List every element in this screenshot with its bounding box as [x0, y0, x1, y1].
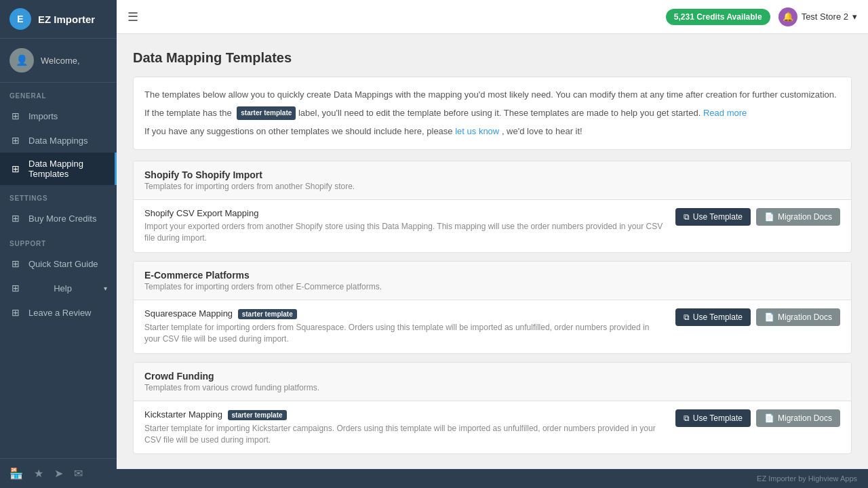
hamburger-icon[interactable]: ☰	[127, 9, 138, 24]
section-shopify-to-shopify: Shopify To Shopify Import Templates for …	[133, 161, 852, 253]
migration-docs-button-squarespace[interactable]: 📄 Migration Docs	[756, 308, 840, 326]
template-name-kickstarter: Kickstarter Mapping starter template	[144, 409, 665, 420]
template-info-kickstarter: Kickstarter Mapping starter template Sta…	[144, 409, 665, 446]
info-line2: If the template has the starter template…	[144, 106, 840, 121]
template-row-shopify-csv: Shopify CSV Export Mapping Import your e…	[134, 200, 851, 252]
send-bottom-icon[interactable]: ➤	[54, 467, 63, 480]
sidebar-item-help[interactable]: ⊞ Help ▾	[0, 276, 117, 300]
sidebar-item-imports[interactable]: ⊞ Imports	[0, 104, 117, 128]
store-selector[interactable]: 🔔 Test Store 2 ▾	[778, 7, 857, 26]
section-crowd-funding-desc: Templates from various crowd funding pla…	[144, 383, 840, 392]
welcome-text: Welcome,	[41, 56, 80, 66]
sidebar-user: 👤 Welcome,	[0, 39, 117, 83]
template-desc-squarespace: Starter template for importing orders fr…	[144, 322, 665, 345]
section-crowd-funding: Crowd Funding Templates from various cro…	[133, 362, 852, 455]
template-row-squarespace: Squarespace Mapping starter template Sta…	[134, 300, 851, 353]
header-right: 5,231 Credits Available 🔔 Test Store 2 ▾	[666, 7, 857, 26]
store-name: Test Store 2	[802, 12, 848, 22]
data-mapping-templates-icon: ⊞	[9, 163, 22, 175]
info-box: The templates below allow you to quickly…	[133, 77, 852, 150]
buy-credits-icon: ⊞	[9, 212, 22, 224]
sidebar-item-buy-more-credits[interactable]: ⊞ Buy More Credits	[0, 206, 117, 230]
quick-start-icon: ⊞	[9, 258, 22, 270]
use-template-button-kickstarter[interactable]: ⧉ Use Template	[675, 409, 751, 427]
use-template-button-squarespace[interactable]: ⧉ Use Template	[675, 308, 751, 326]
section-ecommerce: E-Commerce Platforms Templates for impor…	[133, 261, 852, 354]
kickstarter-starter-badge: starter template	[228, 410, 287, 420]
page-title: Data Mapping Templates	[133, 50, 852, 66]
section-shopify-title: Shopify To Shopify Import	[144, 169, 840, 180]
use-template-button-shopify-csv[interactable]: ⧉ Use Template	[675, 208, 751, 226]
copy-icon-squarespace: ⧉	[684, 312, 690, 322]
sidebar-item-quick-start-guide[interactable]: ⊞ Quick Start Guide	[0, 251, 117, 276]
docs-icon-squarespace: 📄	[764, 312, 774, 322]
star-bottom-icon[interactable]: ★	[34, 467, 43, 480]
store-bottom-icon[interactable]: 🏪	[9, 467, 23, 480]
mail-bottom-icon[interactable]: ✉	[74, 467, 83, 480]
info-line3-prefix: If you have any suggestions on other tem…	[144, 126, 453, 136]
imports-label: Imports	[28, 111, 58, 121]
info-line2-suffix: label, you'll need to edit the template …	[298, 108, 701, 118]
credits-badge[interactable]: 5,231 Credits Available	[666, 9, 770, 25]
template-actions-kickstarter: ⧉ Use Template 📄 Migration Docs	[675, 409, 840, 427]
content-area: Data Mapping Templates The templates bel…	[117, 34, 868, 469]
read-more-link[interactable]: Read more	[703, 108, 747, 118]
squarespace-starter-badge: starter template	[238, 309, 297, 319]
avatar: 👤	[9, 48, 34, 73]
data-mappings-label: Data Mappings	[28, 136, 87, 146]
starter-template-badge: starter template	[237, 106, 296, 120]
template-actions-squarespace: ⧉ Use Template 📄 Migration Docs	[675, 308, 840, 326]
section-ecommerce-desc: Templates for importing orders from othe…	[144, 282, 840, 291]
data-mapping-templates-label: Data Mapping Templates	[28, 159, 105, 179]
info-line3-suffix: , we'd love to hear it!	[502, 126, 583, 136]
general-section-label: GENERAL	[0, 83, 117, 104]
chevron-down-icon: ▾	[104, 285, 107, 292]
template-info-squarespace: Squarespace Mapping starter template Sta…	[144, 308, 665, 345]
copy-icon: ⧉	[684, 212, 690, 222]
sidebar-logo[interactable]: E EZ Importer	[0, 0, 117, 39]
template-name-shopify-csv: Shopify CSV Export Mapping	[144, 208, 665, 218]
buy-more-credits-label: Buy More Credits	[28, 214, 96, 224]
sidebar-bottom-icons: 🏪 ★ ➤ ✉	[0, 458, 117, 488]
migration-docs-button-shopify-csv[interactable]: 📄 Migration Docs	[756, 208, 840, 226]
let-us-know-link[interactable]: let us know	[455, 126, 499, 136]
leave-review-label: Leave a Review	[28, 308, 92, 318]
footer: EZ Importer by Highview Apps	[117, 469, 868, 488]
sidebar: E EZ Importer 👤 Welcome, GENERAL ⊞ Impor…	[0, 0, 117, 488]
header-left: ☰	[127, 9, 138, 24]
template-name-squarespace: Squarespace Mapping starter template	[144, 308, 665, 319]
sidebar-item-leave-review[interactable]: ⊞ Leave a Review	[0, 300, 117, 325]
section-shopify-header: Shopify To Shopify Import Templates for …	[134, 161, 851, 200]
data-mappings-icon: ⊞	[9, 134, 22, 146]
quick-start-label: Quick Start Guide	[28, 259, 98, 269]
store-avatar-icon: 🔔	[778, 7, 797, 26]
sidebar-item-data-mapping-templates[interactable]: ⊞ Data Mapping Templates	[0, 152, 117, 185]
template-info-shopify-csv: Shopify CSV Export Mapping Import your e…	[144, 208, 665, 244]
migration-docs-button-kickstarter[interactable]: 📄 Migration Docs	[756, 409, 840, 427]
copy-icon-kickstarter: ⧉	[684, 413, 690, 423]
section-shopify-desc: Templates for importing orders from anot…	[144, 182, 840, 191]
template-actions-shopify-csv: ⧉ Use Template 📄 Migration Docs	[675, 208, 840, 226]
header: ☰ 5,231 Credits Available 🔔 Test Store 2…	[117, 0, 868, 34]
section-crowd-funding-header: Crowd Funding Templates from various cro…	[134, 363, 851, 401]
app-logo-icon: E	[9, 8, 31, 30]
template-desc-kickstarter: Starter template for importing Kickstart…	[144, 423, 665, 446]
docs-icon-kickstarter: 📄	[764, 413, 774, 423]
section-ecommerce-header: E-Commerce Platforms Templates for impor…	[134, 262, 851, 300]
docs-icon: 📄	[764, 212, 774, 222]
info-line2-prefix: If the template has the	[144, 108, 232, 118]
sidebar-item-data-mappings[interactable]: ⊞ Data Mappings	[0, 128, 117, 152]
info-line1: The templates below allow you to quickly…	[144, 88, 840, 102]
review-icon: ⊞	[9, 306, 22, 319]
section-ecommerce-title: E-Commerce Platforms	[144, 270, 840, 281]
section-crowd-funding-title: Crowd Funding	[144, 371, 840, 382]
help-icon: ⊞	[9, 282, 22, 294]
store-chevron-icon: ▾	[852, 12, 857, 22]
app-name: EZ Importer	[38, 14, 95, 25]
help-label: Help	[54, 283, 72, 293]
settings-section-label: SETTINGS	[0, 185, 117, 206]
main-content: ☰ 5,231 Credits Available 🔔 Test Store 2…	[117, 0, 868, 488]
footer-text: EZ Importer by Highview Apps	[757, 474, 857, 483]
support-section-label: SUPPORT	[0, 230, 117, 251]
template-row-kickstarter: Kickstarter Mapping starter template Sta…	[134, 401, 851, 454]
